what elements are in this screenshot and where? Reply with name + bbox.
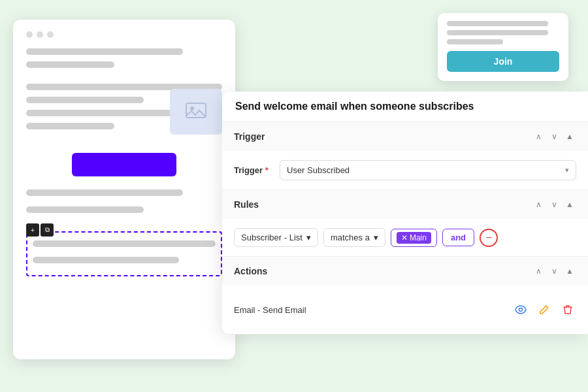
tag-main: ✕ Main bbox=[397, 232, 431, 244]
dot-red bbox=[26, 31, 33, 38]
mock-bar-5 bbox=[26, 110, 183, 116]
join-widget-line-2 bbox=[447, 30, 548, 35]
trigger-field-label: Trigger * bbox=[234, 165, 273, 175]
rules-expand[interactable]: ▲ bbox=[563, 198, 576, 211]
rules-section: Rules ∧ ∨ ▲ Subscriber - List ▾ matches … bbox=[222, 190, 588, 257]
mock-bar-4 bbox=[26, 97, 144, 103]
svg-point-2 bbox=[519, 308, 523, 312]
svg-point-1 bbox=[190, 106, 194, 110]
actions-collapse-down[interactable]: ∨ bbox=[547, 265, 561, 278]
subscriber-list-chevron: ▾ bbox=[306, 233, 311, 242]
add-tool-icon[interactable]: + bbox=[26, 223, 39, 237]
trigger-dropdown[interactable]: User Subscribed ▾ bbox=[280, 160, 576, 180]
actions-section-header: Actions ∧ ∨ ▲ bbox=[222, 257, 588, 286]
actions-section: Actions ∧ ∨ ▲ Email - Send Email bbox=[222, 257, 588, 335]
action-delete-button[interactable] bbox=[559, 301, 576, 318]
trigger-section-title: Trigger bbox=[234, 131, 265, 142]
action-icons bbox=[512, 301, 576, 318]
panel-title-bar: Send welcome email when someone subscrib… bbox=[222, 91, 588, 122]
remove-icon: − bbox=[485, 233, 491, 243]
tag-input-field[interactable]: ✕ Main bbox=[391, 229, 437, 247]
rules-section-controls: ∧ ∨ ▲ bbox=[532, 198, 576, 211]
rules-section-header: Rules ∧ ∨ ▲ bbox=[222, 190, 588, 219]
join-button[interactable]: Join bbox=[447, 51, 559, 72]
trigger-chevron-icon: ▾ bbox=[565, 166, 569, 174]
trigger-section-header: Trigger ∧ ∨ ▲ bbox=[222, 122, 588, 151]
required-star: * bbox=[263, 165, 269, 175]
matches-dropdown[interactable]: matches a ▾ bbox=[323, 228, 385, 247]
join-widget-line-3 bbox=[447, 39, 503, 44]
mock-bar-2 bbox=[26, 61, 114, 68]
actions-section-title: Actions bbox=[234, 266, 267, 276]
panel-title: Send welcome email when someone subscrib… bbox=[235, 101, 575, 112]
and-button[interactable]: and bbox=[442, 229, 474, 246]
dot-yellow bbox=[37, 31, 43, 38]
rules-collapse-up[interactable]: ∧ bbox=[532, 198, 545, 211]
mock-image bbox=[170, 89, 222, 135]
trigger-collapse-down[interactable]: ∨ bbox=[547, 130, 561, 143]
mock-bar-1 bbox=[26, 48, 183, 55]
mock-bar-7 bbox=[26, 189, 183, 196]
join-widget-lines bbox=[447, 21, 559, 44]
tag-value: Main bbox=[410, 233, 427, 242]
actions-collapse-up[interactable]: ∧ bbox=[532, 265, 545, 278]
trigger-collapse-up[interactable]: ∧ bbox=[532, 130, 545, 143]
actions-expand[interactable]: ▲ bbox=[563, 265, 576, 278]
mock-bar-8 bbox=[26, 206, 144, 213]
matches-label: matches a bbox=[331, 233, 370, 242]
action-view-button[interactable] bbox=[512, 301, 529, 318]
rules-section-title: Rules bbox=[234, 199, 259, 210]
tag-close-icon[interactable]: ✕ bbox=[401, 233, 408, 242]
trigger-field-row: Trigger * User Subscribed ▾ bbox=[234, 160, 576, 180]
dot-green bbox=[47, 31, 54, 38]
action-edit-button[interactable] bbox=[536, 301, 553, 318]
mock-bar-9 bbox=[33, 240, 216, 247]
mock-bar-10 bbox=[33, 257, 179, 263]
mock-selected-block: + ⧉ bbox=[26, 231, 222, 276]
actions-section-body: Email - Send Email bbox=[222, 286, 588, 334]
trigger-section-controls: ∧ ∨ ▲ bbox=[532, 130, 576, 143]
selected-tools: + ⧉ bbox=[26, 223, 54, 237]
trigger-expand[interactable]: ▲ bbox=[563, 130, 576, 143]
actions-section-controls: ∧ ∨ ▲ bbox=[532, 265, 576, 278]
action-row: Email - Send Email bbox=[234, 295, 576, 325]
matches-chevron: ▾ bbox=[374, 233, 378, 242]
mock-cta-button bbox=[72, 153, 176, 176]
join-widget: Join bbox=[438, 13, 568, 81]
join-widget-line-1 bbox=[447, 21, 548, 26]
browser-mock: + ⧉ bbox=[13, 20, 235, 359]
trigger-dropdown-value: User Subscribed bbox=[287, 165, 350, 175]
rules-section-body: Subscriber - List ▾ matches a ▾ ✕ Main a… bbox=[222, 219, 588, 256]
browser-dots bbox=[26, 31, 222, 38]
subscriber-list-label: Subscriber - List bbox=[241, 233, 302, 242]
svg-rect-0 bbox=[186, 103, 206, 118]
trigger-section-body: Trigger * User Subscribed ▾ bbox=[222, 151, 588, 189]
mock-bar-6 bbox=[26, 123, 114, 129]
remove-rule-button[interactable]: − bbox=[480, 229, 498, 247]
action-label: Email - Send Email bbox=[234, 305, 306, 315]
rules-row: Subscriber - List ▾ matches a ▾ ✕ Main a… bbox=[234, 228, 576, 247]
trigger-section: Trigger ∧ ∨ ▲ Trigger * User Subscribed … bbox=[222, 122, 588, 190]
rules-collapse-down[interactable]: ∨ bbox=[547, 198, 561, 211]
automation-panel: Send welcome email when someone subscrib… bbox=[222, 91, 588, 335]
subscriber-list-dropdown[interactable]: Subscriber - List ▾ bbox=[234, 228, 318, 247]
copy-tool-icon[interactable]: ⧉ bbox=[41, 223, 54, 237]
